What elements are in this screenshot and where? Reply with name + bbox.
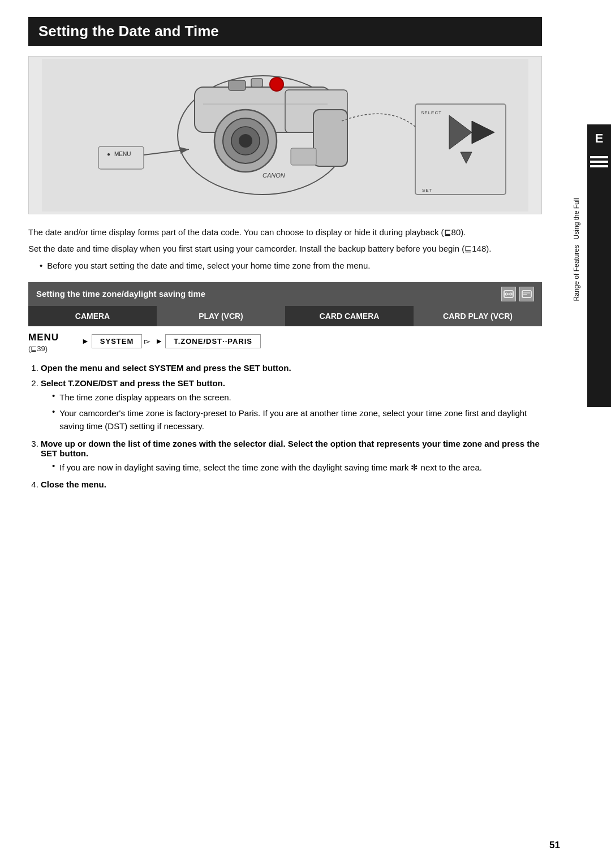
menu-item-tzone: T.ZONE/DST··PARIS xyxy=(165,334,261,348)
step-3: Move up or down the list of time zones w… xyxy=(41,439,542,474)
tab-camera: CAMERA xyxy=(28,306,157,326)
menu-page-ref: (⊑39) xyxy=(28,344,48,353)
sidebar-bars xyxy=(590,156,608,167)
title-bar: Setting the Date and Time xyxy=(28,17,542,46)
svg-point-6 xyxy=(239,134,252,148)
step-1-text: Open the menu and select SYSTEM and pres… xyxy=(41,363,291,373)
page-title: Setting the Date and Time xyxy=(38,23,532,40)
svg-point-11 xyxy=(270,77,283,91)
step-2-bullet2: • Your camcorder's time zone is factory-… xyxy=(52,407,542,433)
menu-arrow3: ► xyxy=(155,336,163,346)
svg-rect-12 xyxy=(98,146,144,169)
step-2: Select T.ZONE/DST and press the SET butt… xyxy=(41,378,542,433)
menu-row: MENU (⊑39) ► SYSTEM ▻ ► T.ZONE/DST··PARI… xyxy=(28,332,542,353)
page-container: Setting the Date and Time xyxy=(0,0,611,868)
numbered-steps-list: Open the menu and select SYSTEM and pres… xyxy=(28,363,542,489)
camera-image-area: ● MENU SELECT SET xyxy=(28,56,542,214)
svg-rect-24 xyxy=(291,148,316,165)
sidebar-bar-1 xyxy=(590,156,608,158)
tab-card-camera: CARD CAMERA xyxy=(285,306,414,326)
svg-rect-17 xyxy=(415,104,506,195)
camera-illustration: ● MENU SELECT SET xyxy=(42,59,528,211)
step-3-bullet1: • If you are now in daylight saving time… xyxy=(52,461,542,474)
body-para2: Set the date and time display when you f… xyxy=(28,242,542,255)
step-4-text: Close the menu. xyxy=(41,480,106,489)
sidebar-bar-3 xyxy=(590,165,608,167)
svg-rect-9 xyxy=(229,80,246,90)
menu-item-system: SYSTEM xyxy=(92,334,142,348)
svg-text:MENU: MENU xyxy=(114,151,131,157)
section-heading-icons xyxy=(501,287,534,301)
menu-arrow2: ▻ xyxy=(144,336,150,346)
bullet-dot: • xyxy=(40,259,42,272)
svg-rect-30 xyxy=(522,291,531,297)
tab-card-play-vcr: CARD PLAY (VCR) xyxy=(414,306,542,326)
body-para1: The date and/or time display forms part … xyxy=(28,226,542,239)
menu-label: MENU xyxy=(28,332,59,343)
card-icon xyxy=(519,287,534,301)
step-2-bullet1: • The time zone display appears on the s… xyxy=(52,391,542,404)
svg-rect-10 xyxy=(251,79,263,87)
step-3-text: Move up or down the list of time zones w… xyxy=(41,439,540,458)
menu-arrow-items: ► SYSTEM ▻ ► T.ZONE/DST··PARIS xyxy=(79,332,542,348)
svg-point-27 xyxy=(505,293,507,295)
body-text-section: The date and/or time display forms part … xyxy=(28,226,542,272)
menu-label-block: MENU (⊑39) xyxy=(28,332,74,353)
svg-point-28 xyxy=(510,293,512,295)
sidebar-tab: E xyxy=(587,124,611,407)
main-content: Setting the Date and Time xyxy=(0,0,570,517)
sidebar-rotated-text: Using the Full Range of Features xyxy=(573,198,586,356)
page-number: 51 xyxy=(549,840,560,851)
section-heading-bar: Setting the time zone/daylight saving ti… xyxy=(28,282,542,306)
tab-play-vcr: PLAY (VCR) xyxy=(157,306,285,326)
step-2-text: Select T.ZONE/DST and press the SET butt… xyxy=(41,378,225,388)
mode-tabs-row: CAMERA PLAY (VCR) CARD CAMERA CARD PLAY … xyxy=(28,306,542,326)
sidebar-bar-2 xyxy=(590,161,608,163)
svg-text:SELECT: SELECT xyxy=(421,110,442,115)
svg-text:●: ● xyxy=(107,151,110,157)
step-1: Open the menu and select SYSTEM and pres… xyxy=(41,363,542,373)
body-bullet1: • Before you start setting the date and … xyxy=(40,259,542,272)
menu-arrow1: ► xyxy=(81,336,89,346)
step-4: Close the menu. xyxy=(41,480,542,489)
tape-icon xyxy=(501,287,516,301)
svg-text:SET: SET xyxy=(422,188,433,193)
svg-text:CANON: CANON xyxy=(263,172,285,179)
section-heading-text: Setting the time zone/daylight saving ti… xyxy=(36,289,205,299)
svg-rect-8 xyxy=(313,110,347,166)
sidebar-letter: E xyxy=(595,131,604,146)
